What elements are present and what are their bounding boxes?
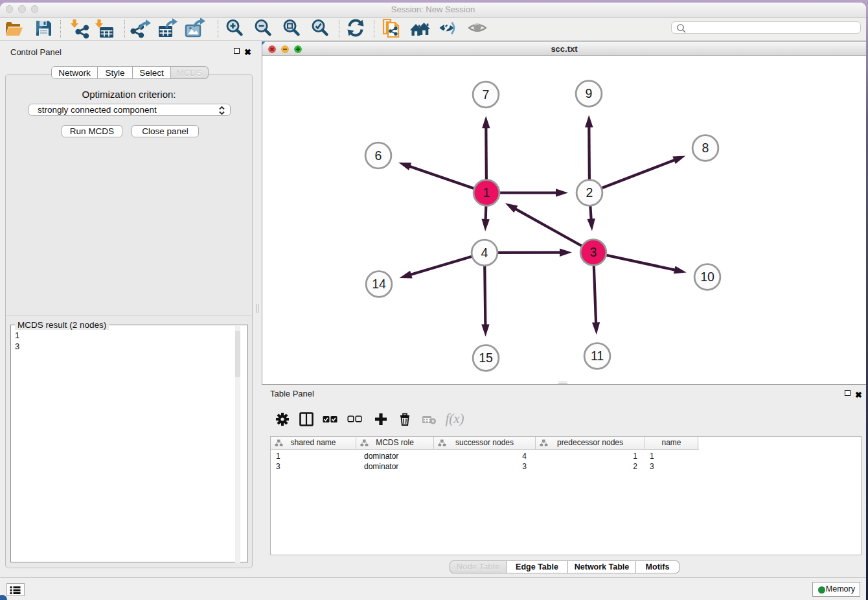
svg-text:10: 10 [700,270,714,284]
svg-text:14: 14 [372,277,386,291]
svg-text:1: 1 [483,185,490,200]
svg-text:8: 8 [702,141,709,155]
svg-text:3: 3 [590,245,597,259]
svg-text:6: 6 [375,148,382,163]
svg-text:7: 7 [483,87,490,102]
svg-text:4: 4 [481,246,488,260]
svg-text:9: 9 [586,86,593,100]
svg-text:f(x): f(x) [445,411,464,426]
svg-text:11: 11 [591,349,604,363]
svg-text:2: 2 [586,185,593,200]
svg-text:15: 15 [479,351,493,365]
